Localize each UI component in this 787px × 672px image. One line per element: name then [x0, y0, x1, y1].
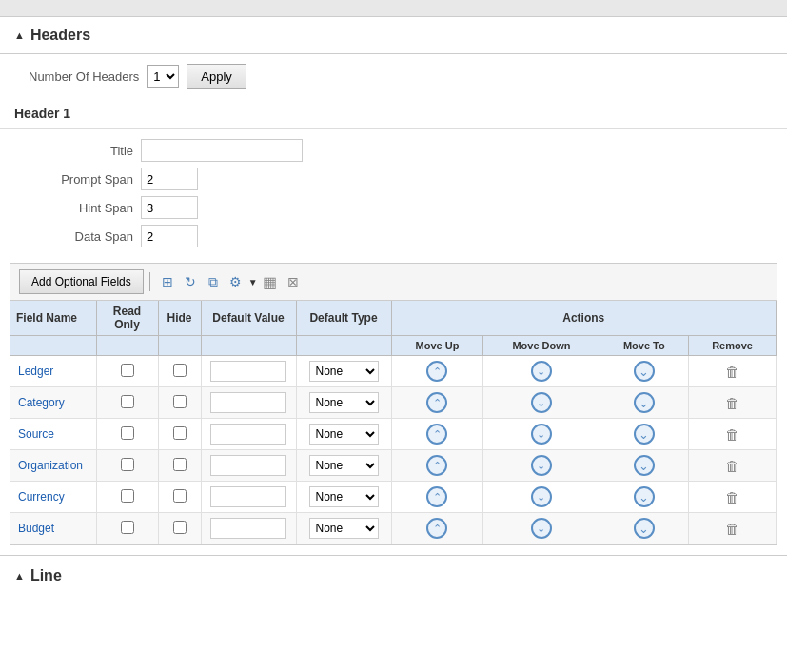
hide-checkbox[interactable] — [173, 458, 187, 471]
dropdown-arrow-icon[interactable]: ▼ — [247, 270, 259, 293]
move-down-button[interactable]: ⌄ — [531, 424, 552, 445]
apply-button[interactable]: Apply — [187, 64, 246, 89]
move-to-button[interactable]: ⌄ — [634, 392, 655, 413]
default-value-input[interactable] — [210, 361, 286, 382]
move-down-cell: ⌄ — [483, 356, 600, 387]
field-name-cell[interactable]: Source — [10, 419, 96, 450]
settings-icon[interactable]: ⚙ — [225, 270, 247, 293]
move-up-button[interactable]: ⌃ — [426, 486, 447, 507]
data-span-row: Data Span — [19, 225, 768, 247]
read-only-checkbox[interactable] — [121, 521, 134, 534]
move-up-button[interactable]: ⌃ — [426, 455, 447, 476]
expand-icon[interactable]: ⊞ — [156, 270, 179, 293]
field-name-cell[interactable]: Category — [10, 387, 96, 419]
remove-button[interactable]: 🗑 — [722, 392, 743, 413]
move-up-button[interactable]: ⌃ — [426, 361, 447, 382]
remove-cell: 🗑 — [689, 356, 777, 387]
remove-button[interactable]: 🗑 — [722, 455, 743, 476]
hide-checkbox[interactable] — [173, 364, 187, 377]
read-only-checkbox[interactable] — [121, 489, 134, 503]
move-to-cell: ⌄ — [600, 387, 689, 419]
move-to-cell: ⌄ — [600, 482, 689, 513]
move-to-button[interactable]: ⌄ — [634, 424, 655, 445]
line-toggle-icon[interactable]: ▲ — [14, 570, 25, 582]
default-type-select[interactable]: NoneStaticDynamic — [309, 361, 379, 382]
remove-button[interactable]: 🗑 — [722, 486, 743, 507]
hide-cell — [158, 356, 201, 387]
grid-icon[interactable]: ▦ — [259, 270, 282, 293]
remove-cell: 🗑 — [689, 419, 777, 450]
move-to-button[interactable]: ⌄ — [634, 361, 655, 382]
move-up-button[interactable]: ⌃ — [426, 424, 447, 445]
move-down-button[interactable]: ⌄ — [531, 361, 552, 382]
copy-icon[interactable]: ⧉ — [202, 270, 225, 293]
move-to-button[interactable]: ⌄ — [634, 455, 655, 476]
read-only-checkbox[interactable] — [121, 458, 134, 471]
field-name-cell[interactable]: Organization — [10, 450, 96, 482]
sub-default-value — [201, 336, 296, 356]
num-headers-select[interactable]: 1 2 3 4 5 — [147, 65, 179, 88]
move-up-cell: ⌃ — [391, 513, 483, 544]
read-only-checkbox[interactable] — [121, 426, 134, 440]
data-span-input[interactable] — [141, 225, 198, 247]
move-to-cell: ⌄ — [600, 356, 689, 387]
default-type-cell: NoneStaticDynamic — [296, 419, 391, 450]
default-type-select[interactable]: NoneStaticDynamic — [309, 392, 379, 413]
move-to-button[interactable]: ⌄ — [634, 486, 655, 507]
default-type-cell: NoneStaticDynamic — [296, 513, 391, 544]
remove-cell: 🗑 — [689, 482, 777, 513]
hide-checkbox[interactable] — [173, 395, 187, 408]
title-input[interactable] — [141, 139, 303, 162]
headers-toggle-icon[interactable]: ▲ — [14, 30, 25, 41]
move-down-button[interactable]: ⌄ — [531, 392, 552, 413]
default-value-input[interactable] — [210, 518, 286, 539]
table-row: LedgerNoneStaticDynamic⌃⌄⌄🗑 — [10, 356, 777, 387]
remove-cell: 🗑 — [689, 387, 777, 419]
export-icon[interactable]: ⊠ — [282, 270, 305, 293]
refresh-icon[interactable]: ↻ — [179, 270, 202, 293]
sub-move-down: Move Down — [483, 336, 600, 356]
hint-span-input[interactable] — [141, 196, 198, 219]
default-type-select[interactable]: NoneStaticDynamic — [309, 486, 379, 507]
move-down-button[interactable]: ⌄ — [531, 455, 552, 476]
table-row: BudgetNoneStaticDynamic⌃⌄⌄🗑 — [10, 513, 777, 544]
field-name-cell[interactable]: Budget — [10, 513, 96, 544]
table-row: CurrencyNoneStaticDynamic⌃⌄⌄🗑 — [10, 482, 777, 513]
move-down-button[interactable]: ⌄ — [531, 486, 552, 507]
default-type-select[interactable]: NoneStaticDynamic — [309, 455, 379, 476]
move-up-cell: ⌃ — [391, 482, 483, 513]
remove-button[interactable]: 🗑 — [722, 361, 743, 382]
hide-checkbox[interactable] — [173, 489, 187, 503]
prompt-span-input[interactable] — [141, 168, 198, 190]
default-value-input[interactable] — [210, 392, 286, 413]
move-up-button[interactable]: ⌃ — [426, 392, 447, 413]
line-section-header: ▲ Line — [0, 555, 787, 596]
line-section-title: Line — [30, 567, 62, 584]
hide-cell — [158, 482, 201, 513]
header1-label: Header 1 — [0, 98, 787, 129]
default-value-input[interactable] — [210, 455, 286, 476]
move-to-button[interactable]: ⌄ — [634, 518, 655, 539]
read-only-checkbox[interactable] — [121, 395, 134, 408]
hide-checkbox[interactable] — [173, 426, 187, 440]
default-type-select[interactable]: NoneStaticDynamic — [309, 424, 379, 445]
prompt-span-row: Prompt Span — [19, 168, 768, 190]
field-name-cell[interactable]: Currency — [10, 482, 96, 513]
default-value-input[interactable] — [210, 424, 286, 445]
default-value-input[interactable] — [210, 486, 286, 507]
hide-checkbox[interactable] — [173, 521, 187, 534]
headers-section-title: Headers — [30, 27, 90, 44]
move-down-button[interactable]: ⌄ — [531, 518, 552, 539]
col-default-type: Default Type — [296, 301, 391, 336]
hint-span-row: Hint Span — [19, 196, 768, 219]
remove-button[interactable]: 🗑 — [722, 424, 743, 445]
read-only-checkbox[interactable] — [121, 364, 134, 377]
remove-button[interactable]: 🗑 — [722, 518, 743, 539]
default-type-select[interactable]: NoneStaticDynamic — [309, 518, 379, 539]
hint-span-label: Hint Span — [19, 201, 133, 215]
move-up-button[interactable]: ⌃ — [426, 518, 447, 539]
add-optional-fields-button[interactable]: Add Optional Fields — [19, 269, 144, 294]
field-name-cell[interactable]: Ledger — [10, 356, 96, 387]
table-row: OrganizationNoneStaticDynamic⌃⌄⌄🗑 — [10, 450, 777, 482]
move-up-cell: ⌃ — [391, 356, 483, 387]
